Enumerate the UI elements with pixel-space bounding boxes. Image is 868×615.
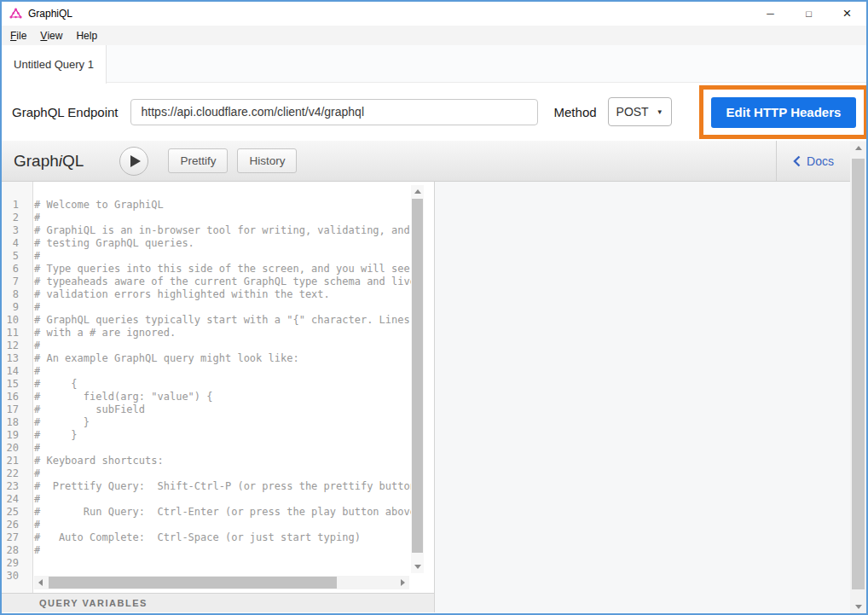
minimize-button[interactable]: ─ — [751, 2, 790, 26]
code-line[interactable]: 14# — [2, 365, 420, 378]
code-line[interactable]: 7# typeaheads aware of the current Graph… — [2, 276, 420, 288]
graphql-logo-icon — [9, 8, 22, 20]
history-button[interactable]: History — [237, 148, 297, 173]
line-number: 15 — [2, 378, 26, 391]
code-line[interactable]: 3# GraphiQL is an in-browser tool for wr… — [2, 224, 420, 237]
code-line[interactable]: 10# GraphQL queries typically start with… — [2, 314, 420, 327]
scroll-left-icon[interactable] — [38, 579, 43, 586]
code-text: # testing GraphQL queries. — [26, 237, 194, 250]
code-line[interactable]: 8# validation errors highlighted within … — [2, 288, 420, 301]
code-line[interactable]: 17# subField — [2, 403, 420, 416]
scrollbar-thumb[interactable] — [412, 199, 423, 553]
graphiql-title: GraphiQL — [14, 152, 84, 171]
code-line[interactable]: 20# — [2, 442, 420, 455]
code-line[interactable]: 21# Keyboard shortcuts: — [2, 455, 420, 467]
line-number: 8 — [2, 288, 26, 301]
code-line[interactable]: 16# field(arg: "value") { — [2, 391, 420, 403]
line-number: 18 — [2, 416, 26, 429]
code-line[interactable]: 6# Type queries into this side of the sc… — [2, 263, 420, 276]
window-controls: ─ □ × — [751, 2, 866, 26]
scroll-up-icon[interactable] — [855, 146, 862, 150]
scroll-down-icon[interactable] — [855, 605, 862, 609]
query-variables-bar[interactable]: QUERY VARIABLES — [2, 593, 434, 612]
editor-horizontal-scrollbar[interactable] — [34, 576, 409, 589]
code-text: # — [26, 467, 40, 480]
scroll-right-icon[interactable] — [401, 579, 405, 586]
scroll-up-icon[interactable] — [414, 189, 421, 194]
code-line[interactable]: 13# An example GraphQL query might look … — [2, 352, 420, 365]
code-line[interactable]: 9# — [2, 301, 420, 314]
code-text: # } — [26, 416, 90, 429]
code-text: # field(arg: "value") { — [26, 391, 213, 403]
highlight-annotation: Edit HTTP Headers — [699, 85, 868, 139]
execute-query-button[interactable] — [119, 147, 148, 176]
code-text: # Run Query: Ctrl-Enter (or press the pl… — [26, 506, 420, 519]
code-line[interactable]: 23# Prettify Query: Shift-Ctrl-P (or pre… — [2, 480, 420, 493]
method-select[interactable]: POST ▼ — [608, 97, 672, 126]
code-line[interactable]: 12# — [2, 339, 420, 352]
code-text: # typeaheads aware of the current GraphQ… — [26, 276, 420, 288]
docs-toggle[interactable]: Docs — [776, 141, 850, 181]
code-line[interactable]: 27# Auto Complete: Ctrl-Space (or just s… — [2, 531, 420, 544]
code-text: # — [26, 301, 40, 314]
code-line[interactable]: 15# { — [2, 378, 420, 391]
code-line[interactable]: 28# — [2, 544, 420, 557]
menu-file[interactable]: File — [3, 26, 33, 45]
code-line[interactable]: 2# — [2, 212, 420, 224]
edit-http-headers-button[interactable]: Edit HTTP Headers — [711, 97, 856, 128]
line-number: 22 — [2, 467, 26, 480]
line-number: 3 — [2, 224, 26, 237]
window-vertical-scrollbar[interactable] — [850, 142, 866, 613]
editor-vertical-scrollbar[interactable] — [411, 185, 424, 573]
code-line[interactable]: 1# Welcome to GraphiQL — [2, 199, 420, 212]
code-text: # — [26, 339, 40, 352]
main-area: 1# Welcome to GraphiQL2#3# GraphiQL is a… — [2, 182, 866, 612]
code-line[interactable]: 29 — [2, 557, 420, 570]
line-number: 13 — [2, 352, 26, 365]
line-number: 19 — [2, 429, 26, 442]
tab-untitled-query-1[interactable]: Untitled Query 1 — [2, 45, 107, 84]
code-line[interactable]: 22# — [2, 467, 420, 480]
graphiql-toolbar: GraphiQL Prettify History Docs — [2, 141, 866, 182]
close-button[interactable]: × — [828, 2, 866, 26]
method-value: POST — [616, 105, 649, 119]
line-number: 7 — [2, 276, 26, 288]
code-text: # validation errors highlighted within t… — [26, 288, 330, 301]
code-editor[interactable]: 1# Welcome to GraphiQL2#3# GraphiQL is a… — [2, 182, 434, 593]
line-number: 25 — [2, 506, 26, 519]
window-title: GraphiQL — [28, 8, 72, 20]
code-line[interactable]: 11# with a # are ignored. — [2, 327, 420, 339]
query-editor-pane: 1# Welcome to GraphiQL2#3# GraphiQL is a… — [2, 182, 435, 612]
result-pane — [435, 182, 866, 612]
code-text: # GraphiQL is an in-browser tool for wri… — [26, 224, 410, 237]
scroll-down-icon[interactable] — [414, 565, 421, 569]
code-line[interactable]: 4# testing GraphQL queries. — [2, 237, 420, 250]
code-text: # Keyboard shortcuts: — [26, 455, 164, 467]
endpoint-input[interactable] — [130, 99, 538, 125]
code-text: # subField — [26, 403, 145, 416]
code-text: # } — [26, 429, 78, 442]
code-line[interactable]: 25# Run Query: Ctrl-Enter (or press the … — [2, 506, 420, 519]
line-number: 11 — [2, 327, 26, 339]
line-number: 23 — [2, 480, 26, 493]
code-line[interactable]: 24# — [2, 493, 420, 506]
code-line[interactable]: 19# } — [2, 429, 420, 442]
scrollbar-thumb[interactable] — [852, 159, 865, 589]
code-line[interactable]: 18# } — [2, 416, 420, 429]
prettify-button[interactable]: Prettify — [168, 148, 228, 173]
code-line[interactable]: 5# — [2, 250, 420, 263]
code-text: # — [26, 212, 40, 224]
query-variables-title: QUERY VARIABLES — [39, 598, 148, 608]
maximize-button[interactable]: □ — [790, 2, 828, 26]
line-number: 16 — [2, 391, 26, 403]
chevron-left-icon — [793, 155, 801, 167]
code-line[interactable]: 26# — [2, 519, 420, 531]
line-number: 4 — [2, 237, 26, 250]
code-text: # with a # are ignored. — [26, 327, 176, 339]
chevron-down-icon: ▼ — [657, 108, 663, 116]
line-number: 28 — [2, 544, 26, 557]
menu-view[interactable]: View — [33, 26, 69, 45]
code-lines: 1# Welcome to GraphiQL2#3# GraphiQL is a… — [2, 199, 420, 583]
scrollbar-thumb[interactable] — [49, 577, 337, 589]
menu-help[interactable]: Help — [69, 26, 104, 45]
